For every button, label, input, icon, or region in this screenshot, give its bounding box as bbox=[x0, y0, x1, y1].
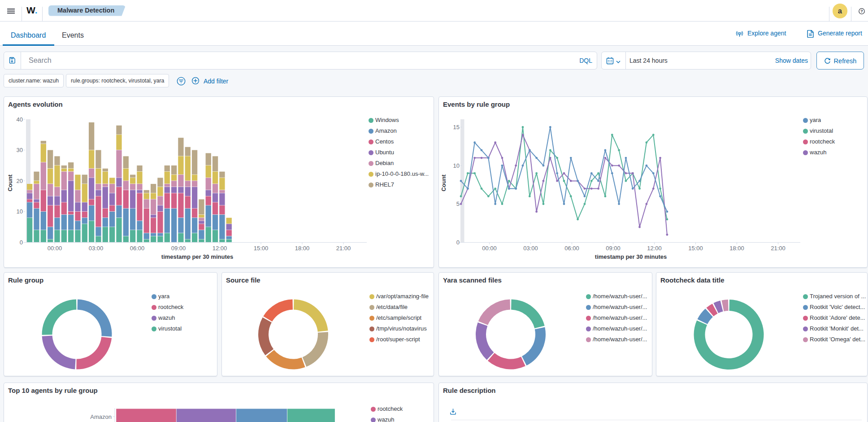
svg-text:21:00: 21:00 bbox=[771, 245, 786, 252]
svg-text:15:00: 15:00 bbox=[254, 245, 269, 252]
svg-text:Count: Count bbox=[7, 174, 13, 191]
svg-text:00:00: 00:00 bbox=[48, 245, 62, 252]
svg-text:15:00: 15:00 bbox=[688, 245, 703, 252]
svg-text:06:00: 06:00 bbox=[130, 245, 145, 252]
svg-text:Count: Count bbox=[440, 174, 447, 191]
svg-text:15: 15 bbox=[453, 124, 460, 131]
svg-text:10: 10 bbox=[17, 208, 23, 215]
svg-text:40: 40 bbox=[17, 116, 23, 123]
svg-text:12:00: 12:00 bbox=[213, 245, 227, 252]
svg-text:?: ? bbox=[860, 9, 863, 13]
svg-text:21:00: 21:00 bbox=[336, 245, 351, 252]
svg-text:0: 0 bbox=[456, 239, 460, 246]
svg-text:06:00: 06:00 bbox=[564, 245, 579, 252]
svg-text:20: 20 bbox=[17, 178, 23, 184]
svg-text:03:00: 03:00 bbox=[523, 245, 538, 252]
svg-text:09:00: 09:00 bbox=[171, 245, 186, 252]
svg-text:5: 5 bbox=[456, 200, 460, 207]
svg-text:09:00: 09:00 bbox=[606, 245, 621, 252]
svg-text:00:00: 00:00 bbox=[482, 245, 497, 252]
svg-text:12:00: 12:00 bbox=[647, 245, 662, 252]
svg-text:18:00: 18:00 bbox=[729, 245, 744, 252]
svg-text:Amazon: Amazon bbox=[90, 413, 112, 420]
svg-text:0: 0 bbox=[20, 239, 23, 246]
svg-text:18:00: 18:00 bbox=[295, 245, 310, 252]
svg-text:03:00: 03:00 bbox=[89, 245, 104, 252]
svg-text:timestamp per 30 minutes: timestamp per 30 minutes bbox=[161, 253, 233, 260]
svg-text:30: 30 bbox=[17, 147, 23, 153]
svg-text:timestamp per 30 minutes: timestamp per 30 minutes bbox=[595, 253, 667, 260]
svg-text:10: 10 bbox=[453, 162, 460, 169]
